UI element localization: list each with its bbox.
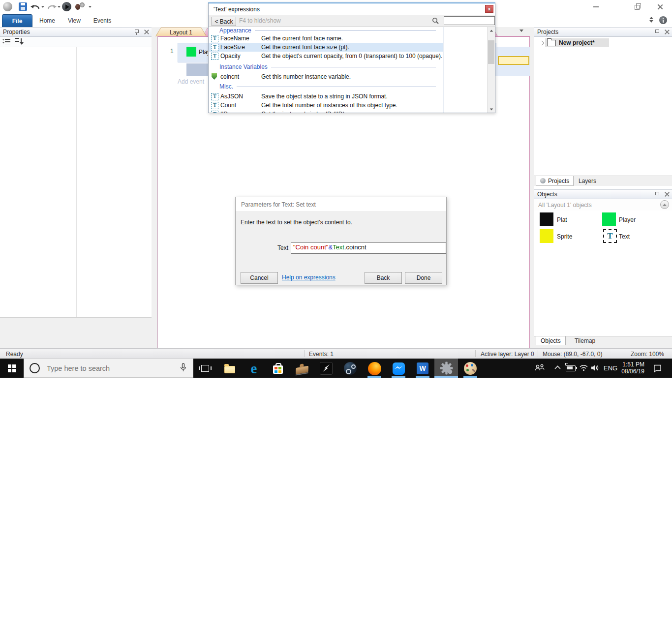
categorize-button[interactable] <box>3 38 11 45</box>
close-icon <box>657 4 663 10</box>
expressions-close-button[interactable]: x <box>485 5 493 13</box>
tab-view[interactable]: View <box>62 14 87 27</box>
run-layout-button[interactable] <box>62 2 71 11</box>
taskbar-icon-word[interactable]: W <box>411 360 434 377</box>
taskbar-icon-wood-plane-tool[interactable] <box>290 360 314 377</box>
expression-row-coincnt[interactable]: coincnt Get this number instance variabl… <box>209 72 443 81</box>
objects-filter-label: All 'Layout 1' objects <box>538 202 592 209</box>
close-button[interactable] <box>648 0 671 14</box>
dock-tab-projects[interactable]: Projects <box>536 176 574 186</box>
done-button[interactable]: Done <box>405 272 442 284</box>
object-label-text: Text <box>619 233 630 240</box>
cancel-button[interactable]: Cancel <box>241 272 278 284</box>
taskbar-icon-file-explorer[interactable] <box>218 360 242 377</box>
add-event-link[interactable]: Add event <box>178 78 204 85</box>
tray-overflow-button[interactable] <box>554 365 561 370</box>
people-button[interactable] <box>534 363 545 372</box>
expression-row-count[interactable]: T Count Get the total number of instance… <box>209 101 443 110</box>
tab-events[interactable]: Events <box>89 14 116 27</box>
debug-layout-button[interactable] <box>74 2 84 11</box>
sort-az-button[interactable] <box>15 38 24 45</box>
taskbar-icon-paint-app[interactable] <box>458 360 482 377</box>
collapse-objects-button[interactable] <box>660 200 669 209</box>
scroll-down-button[interactable] <box>488 106 495 113</box>
properties-grid[interactable] <box>0 47 152 317</box>
status-separator <box>475 350 476 357</box>
tab-layout-1[interactable]: Layout 1 <box>155 28 207 36</box>
scroll-up-button[interactable] <box>488 27 495 34</box>
dock-tab-layers[interactable]: Layers <box>574 176 601 185</box>
language-indicator[interactable]: ENG <box>604 364 617 372</box>
wifi-button[interactable] <box>579 364 588 371</box>
event-number[interactable]: 1 <box>170 48 174 55</box>
properties-grid-divider[interactable] <box>76 47 77 317</box>
volume-button[interactable] <box>590 364 600 372</box>
pin-icon[interactable] <box>134 29 139 35</box>
project-root-item[interactable]: New project* <box>545 38 609 47</box>
construct2-logo-icon <box>540 178 546 183</box>
dock-tab-tilemap[interactable]: Tilemap <box>570 336 600 345</box>
parameters-dialog-titlebar[interactable]: Parameters for Text: Set text <box>236 197 446 211</box>
object-item-player[interactable] <box>602 212 616 226</box>
pin-icon[interactable] <box>655 191 659 197</box>
expressions-window-titlebar[interactable]: 'Text' expressions x <box>209 3 495 15</box>
taskbar-icon-edge[interactable]: e <box>242 360 266 377</box>
active-parameter-box[interactable] <box>498 56 529 65</box>
taskbar-icon-steam[interactable] <box>338 360 362 377</box>
close-panel-icon[interactable] <box>664 30 669 34</box>
redo-dropdown-caret[interactable] <box>58 6 61 8</box>
palette-icon <box>464 362 477 375</box>
taskbar-search-box[interactable] <box>24 359 193 378</box>
battery-button[interactable] <box>566 365 576 371</box>
expression-row-iid[interactable]: T IID Get the instance's index ID (IID). <box>209 110 443 113</box>
text-expression-icon: T <box>211 102 218 109</box>
redo-button[interactable] <box>46 3 57 11</box>
ribbon-collapse-button[interactable] <box>649 17 655 24</box>
object-item-plat[interactable] <box>540 212 553 226</box>
start-button[interactable] <box>0 359 24 378</box>
properties-toolbar <box>0 37 152 47</box>
expression-row-opacity[interactable]: T Opacity Get the object's current opaci… <box>209 52 443 60</box>
expressions-scrollbar[interactable] <box>487 27 495 113</box>
tab-scroll-dropdown[interactable] <box>519 30 523 32</box>
taskbar-icon-messenger[interactable] <box>387 360 410 377</box>
expression-row-asjson[interactable]: T AsJSON Save the object state to a stri… <box>209 92 443 101</box>
qat-customize-caret[interactable] <box>89 6 92 8</box>
construct2-logo-icon[interactable] <box>3 2 12 11</box>
expressions-search-input[interactable] <box>444 16 495 25</box>
task-view-button[interactable] <box>194 359 216 378</box>
back-button[interactable]: < Back <box>212 17 236 26</box>
taskbar-icon-microsoft-store[interactable] <box>266 360 290 377</box>
undo-dropdown-caret[interactable] <box>41 6 44 8</box>
scrollbar-thumb[interactable] <box>488 40 494 64</box>
taskbar-icon-game-app[interactable] <box>314 360 338 377</box>
taskbar-search-input[interactable] <box>46 364 180 373</box>
object-item-sprite[interactable] <box>540 229 553 243</box>
pin-icon[interactable] <box>655 29 659 35</box>
close-panel-icon[interactable] <box>144 30 149 34</box>
action-center-button[interactable] <box>652 364 662 372</box>
dock-tab-objects[interactable]: Objects <box>536 336 566 346</box>
help-info-button[interactable] <box>659 16 667 24</box>
help-on-expressions-link[interactable]: Help on expressions <box>282 274 336 281</box>
expression-row-facesize-selected[interactable]: T FaceSize Get the current font face siz… <box>209 43 443 52</box>
close-panel-icon[interactable] <box>664 192 669 197</box>
taskbar-icon-construct2-active[interactable] <box>434 359 458 378</box>
game-app-icon <box>320 362 333 375</box>
save-button[interactable] <box>19 2 27 11</box>
back-button-dialog[interactable]: Back <box>365 272 402 284</box>
text-parameter-input[interactable]: "Coin count"&Text.coincnt <box>291 242 446 254</box>
minimize-button[interactable] <box>584 0 607 14</box>
clock[interactable]: 1:51 PM 08/06/19 <box>616 361 644 375</box>
microphone-icon[interactable] <box>180 363 187 374</box>
expression-row-facename[interactable]: T FaceName Get the current font face nam… <box>209 34 443 43</box>
taskbar-icon-firefox[interactable] <box>363 360 386 377</box>
tab-home[interactable]: Home <box>34 14 60 27</box>
tree-expand-chevron[interactable] <box>540 41 545 46</box>
tab-file[interactable]: File <box>2 14 32 28</box>
save-icon <box>21 3 25 5</box>
objects-panel-header: Objects <box>534 189 672 199</box>
object-item-text[interactable]: T <box>603 229 617 243</box>
undo-button[interactable] <box>30 3 41 11</box>
restore-button[interactable] <box>626 0 648 14</box>
